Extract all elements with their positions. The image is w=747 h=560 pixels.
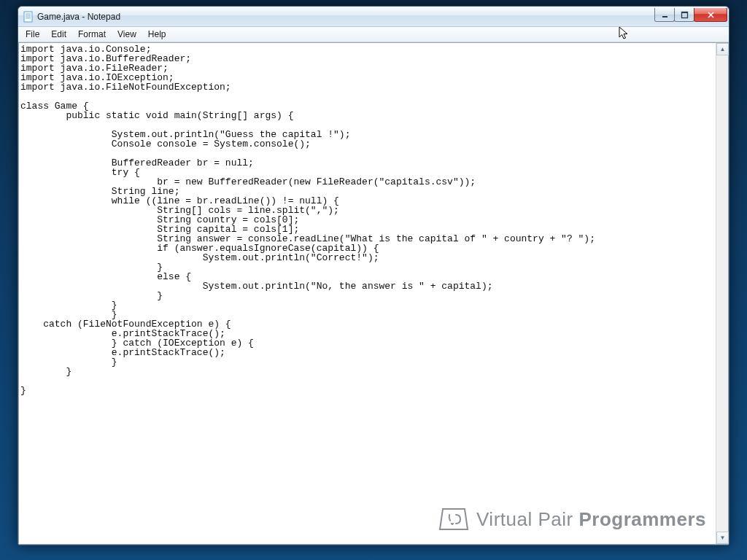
menu-bar: File Edit Format View Help <box>18 27 729 42</box>
menu-format[interactable]: Format <box>72 28 112 41</box>
vertical-scrollbar[interactable]: ▲ ▼ <box>716 43 728 544</box>
window-title: Game.java - Notepad <box>37 12 120 22</box>
menu-edit[interactable]: Edit <box>45 28 72 41</box>
minimize-button[interactable] <box>654 8 675 22</box>
notepad-window: Game.java - Notepad File Edit Format Vie… <box>18 6 729 545</box>
window-controls <box>655 8 727 22</box>
scroll-up-button[interactable]: ▲ <box>716 43 729 55</box>
menu-file[interactable]: File <box>20 28 45 41</box>
scroll-down-button[interactable]: ▼ <box>716 532 729 544</box>
menu-help[interactable]: Help <box>142 28 172 41</box>
menu-view[interactable]: View <box>112 28 142 41</box>
title-bar[interactable]: Game.java - Notepad <box>18 7 729 27</box>
editor-container: import java.io.Console; import java.io.B… <box>18 42 729 545</box>
text-editor[interactable]: import java.io.Console; import java.io.B… <box>19 43 716 544</box>
notepad-icon <box>23 11 34 23</box>
maximize-button[interactable] <box>674 8 694 22</box>
close-button[interactable] <box>694 8 727 22</box>
